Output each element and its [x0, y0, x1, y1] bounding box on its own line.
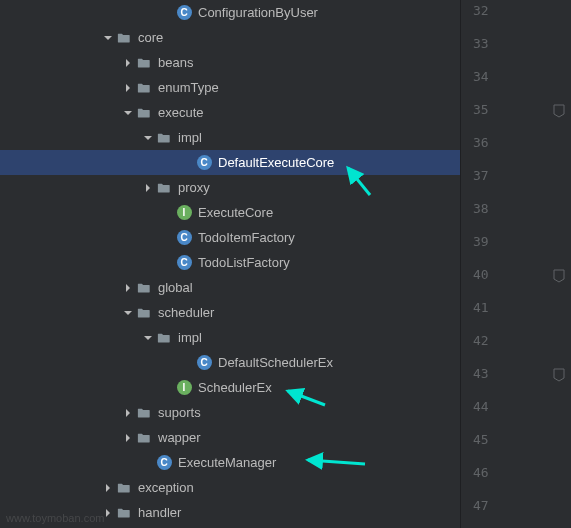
line-number: 40 [473, 267, 489, 282]
arrow-spacer [140, 455, 156, 471]
interface-icon: I [176, 205, 192, 221]
chevron-down-icon[interactable] [140, 330, 156, 346]
line-number: 46 [473, 465, 489, 480]
arrow-spacer [180, 155, 196, 171]
tree-item-label: ExecuteCore [198, 205, 281, 220]
class-icon: C [176, 230, 192, 246]
folder-icon [116, 480, 132, 496]
tree-item-impl[interactable]: impl [0, 325, 460, 350]
tree-item-label: wapper [158, 430, 209, 445]
chevron-right-icon[interactable] [120, 55, 136, 71]
line-number: 37 [473, 168, 489, 183]
folder-icon [136, 80, 152, 96]
chevron-right-icon[interactable] [100, 480, 116, 496]
tree-item-beans[interactable]: beans [0, 50, 460, 75]
chevron-right-icon[interactable] [120, 280, 136, 296]
tree-item-label: enumType [158, 80, 227, 95]
folder-icon [116, 30, 132, 46]
line-number: 44 [473, 399, 489, 414]
tree-item-enumtype[interactable]: enumType [0, 75, 460, 100]
bookmark-icon[interactable] [553, 269, 565, 283]
project-tree[interactable]: CConfigurationByUsercorebeansenumTypeexe… [0, 0, 460, 528]
tree-item-label: proxy [178, 180, 218, 195]
tree-item-label: beans [158, 55, 201, 70]
arrow-spacer [180, 355, 196, 371]
line-number: 35 [473, 102, 489, 117]
line-number: 38 [473, 201, 489, 216]
arrow-spacer [160, 255, 176, 271]
folder-icon [136, 405, 152, 421]
line-number: 33 [473, 36, 489, 51]
tree-item-label: impl [178, 330, 210, 345]
chevron-down-icon[interactable] [120, 105, 136, 121]
arrow-spacer [160, 5, 176, 21]
folder-icon [116, 505, 132, 521]
folder-icon [136, 55, 152, 71]
tree-item-exception[interactable]: exception [0, 475, 460, 500]
tree-item-suports[interactable]: suports [0, 400, 460, 425]
folder-icon [136, 105, 152, 121]
tree-item-defaultexecutecore[interactable]: CDefaultExecuteCore [0, 150, 460, 175]
chevron-right-icon[interactable] [120, 405, 136, 421]
tree-item-label: TodoItemFactory [198, 230, 303, 245]
line-number: 43 [473, 366, 489, 381]
folder-icon [156, 330, 172, 346]
tree-item-executemanager[interactable]: CExecuteManager [0, 450, 460, 475]
tree-item-label: global [158, 280, 201, 295]
chevron-right-icon[interactable] [120, 80, 136, 96]
folder-icon [156, 130, 172, 146]
bookmark-icon[interactable] [553, 368, 565, 382]
tree-item-label: handler [138, 505, 189, 520]
folder-icon [136, 280, 152, 296]
interface-icon: I [176, 380, 192, 396]
tree-item-label: SchedulerEx [198, 380, 280, 395]
editor-gutter: 32333435363738394041424344454647 [460, 0, 571, 528]
tree-item-label: TodoListFactory [198, 255, 298, 270]
folder-icon [156, 180, 172, 196]
tree-item-impl[interactable]: impl [0, 125, 460, 150]
chevron-down-icon[interactable] [100, 30, 116, 46]
tree-item-execute[interactable]: execute [0, 100, 460, 125]
tree-item-proxy[interactable]: proxy [0, 175, 460, 200]
tree-item-label: ExecuteManager [178, 455, 284, 470]
tree-item-executecore[interactable]: IExecuteCore [0, 200, 460, 225]
chevron-right-icon[interactable] [140, 180, 156, 196]
tree-item-label: suports [158, 405, 209, 420]
chevron-down-icon[interactable] [140, 130, 156, 146]
class-icon: C [196, 155, 212, 171]
tree-item-global[interactable]: global [0, 275, 460, 300]
tree-item-todolistfactory[interactable]: CTodoListFactory [0, 250, 460, 275]
tree-item-label: exception [138, 480, 202, 495]
tree-item-wapper[interactable]: wapper [0, 425, 460, 450]
tree-item-schedulerex[interactable]: ISchedulerEx [0, 375, 460, 400]
arrow-spacer [160, 380, 176, 396]
tree-item-core[interactable]: core [0, 25, 460, 50]
line-number: 41 [473, 300, 489, 315]
tree-item-label: DefaultExecuteCore [218, 155, 342, 170]
tree-item-label: execute [158, 105, 212, 120]
tree-item-handler[interactable]: handler [0, 500, 460, 525]
line-number: 36 [473, 135, 489, 150]
line-number: 32 [473, 3, 489, 18]
line-number: 42 [473, 333, 489, 348]
folder-icon [136, 305, 152, 321]
tree-item-defaultschedulerex[interactable]: CDefaultSchedulerEx [0, 350, 460, 375]
class-icon: C [176, 255, 192, 271]
arrow-spacer [160, 205, 176, 221]
tree-item-scheduler[interactable]: scheduler [0, 300, 460, 325]
chevron-right-icon[interactable] [100, 505, 116, 521]
tree-item-label: ConfigurationByUser [198, 5, 326, 20]
tree-item-todoitemfactory[interactable]: CTodoItemFactory [0, 225, 460, 250]
bookmark-icon[interactable] [553, 104, 565, 118]
folder-icon [136, 430, 152, 446]
line-number: 39 [473, 234, 489, 249]
tree-item-configurationbyuser[interactable]: CConfigurationByUser [0, 0, 460, 25]
class-icon: C [156, 455, 172, 471]
tree-item-label: scheduler [158, 305, 222, 320]
chevron-down-icon[interactable] [120, 305, 136, 321]
tree-item-label: impl [178, 130, 210, 145]
line-number: 34 [473, 69, 489, 84]
line-number: 45 [473, 432, 489, 447]
chevron-right-icon[interactable] [120, 430, 136, 446]
class-icon: C [176, 5, 192, 21]
